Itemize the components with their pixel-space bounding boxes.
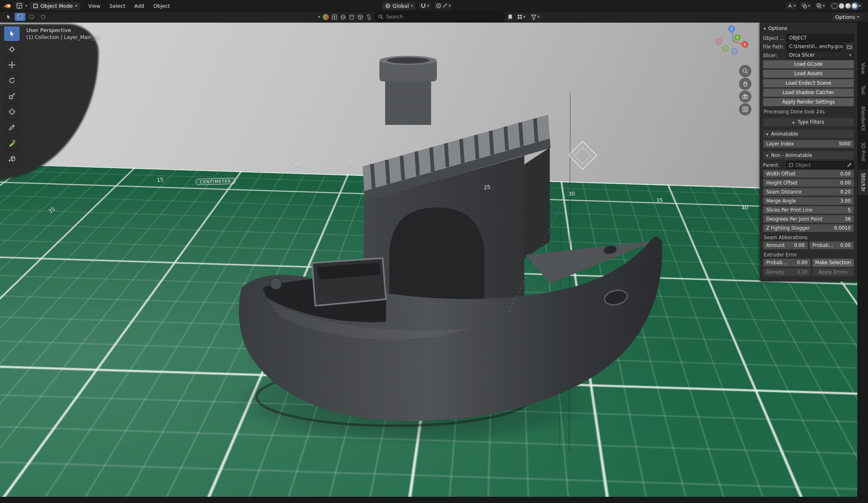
parent-object-field[interactable]: Object: [786, 161, 854, 169]
non-animatable-section[interactable]: Non - Animatable: [763, 151, 854, 160]
zoom-button[interactable]: [739, 65, 751, 77]
menu-view[interactable]: View: [84, 2, 105, 10]
filter-funnel-icon[interactable]: [531, 14, 537, 20]
toggle-link-icon[interactable]: [366, 14, 372, 20]
collection-label: (1) Collection | Layer_Main_59: [26, 35, 101, 40]
eyedropper-icon[interactable]: [847, 163, 852, 167]
shading-wireframe-icon[interactable]: [831, 3, 838, 9]
tab-3d-print[interactable]: 3D Print: [858, 138, 868, 165]
tab-blenderkit[interactable]: BlenderKit: [858, 103, 868, 135]
seam-distance-slider[interactable]: Seam Distance0.20: [763, 188, 854, 196]
load-ender3-scene-button[interactable]: Load Ender3 Scene: [763, 79, 854, 88]
chimney: [379, 56, 437, 125]
toggle-sphere-icon[interactable]: [340, 14, 346, 20]
select-tweak-icon[interactable]: [3, 13, 14, 21]
tool-scale[interactable]: [4, 89, 20, 104]
shading-solid-icon[interactable]: [839, 3, 844, 9]
slicer-dropdown[interactable]: Orca Slicer: [786, 51, 854, 59]
height-offset-slider[interactable]: Height Offset0.00: [763, 179, 854, 187]
animatable-section[interactable]: Animatable: [763, 129, 854, 138]
shading-material-icon[interactable]: [845, 3, 851, 9]
overlays-toggle-icon[interactable]: [801, 3, 807, 9]
menu-add[interactable]: Add: [130, 2, 148, 10]
menu-select[interactable]: Select: [105, 2, 129, 10]
falloff-caret-icon[interactable]: [449, 4, 451, 8]
bookmark-icon[interactable]: [507, 14, 513, 20]
svg-text:Z: Z: [730, 27, 733, 31]
material-ball-icon[interactable]: [323, 14, 329, 20]
tool-select-box[interactable]: [4, 26, 20, 41]
tab-stitch3r[interactable]: Stitch3r: [858, 169, 868, 195]
select-circle-icon[interactable]: [26, 13, 37, 21]
snap-magnet-icon[interactable]: [420, 3, 426, 9]
file-path-field[interactable]: C:\Users\Vi...enchy.gcode: [786, 43, 843, 51]
tool-stitcher-green[interactable]: [4, 136, 20, 150]
tool-rotate[interactable]: [4, 73, 20, 88]
transform-orientation-dropdown[interactable]: Global: [382, 2, 416, 10]
mat-centimeter-label: CENTIMETER: [195, 178, 236, 185]
load-gcode-button[interactable]: Load GCode: [763, 60, 854, 69]
type-filters-section[interactable]: Type Filters: [763, 118, 854, 127]
blender-logo-icon[interactable]: [3, 3, 11, 9]
editor-type-caret-icon[interactable]: [25, 4, 28, 8]
tool-transform[interactable]: [4, 104, 20, 119]
merge-angle-slider[interactable]: Merge Angle3.00: [763, 197, 854, 205]
options-panel-header[interactable]: Options: [763, 24, 854, 33]
open-file-button[interactable]: [845, 42, 854, 51]
tab-view[interactable]: View: [858, 59, 868, 78]
viewport-header-center: [318, 12, 541, 21]
proportional-edit-icon[interactable]: [436, 3, 441, 9]
benchy-boat-model[interactable]: [0, 12, 868, 497]
xray-toggle-icon[interactable]: [816, 3, 822, 9]
make-selection-button[interactable]: Make Selection: [812, 258, 854, 267]
header-collapse-caret-icon[interactable]: [318, 15, 320, 19]
stern-knob: [270, 278, 282, 289]
width-offset-slider[interactable]: Width Offset0.00: [763, 170, 854, 178]
apply-render-settings-button[interactable]: Apply Render Settings: [763, 98, 854, 106]
load-shadow-catcher-button[interactable]: Load Shadow Catcher: [763, 88, 854, 97]
display-mode-icon[interactable]: [517, 14, 523, 20]
menu-object[interactable]: Object: [149, 2, 174, 10]
tool-add-cube[interactable]: [4, 151, 20, 166]
search-input[interactable]: [386, 14, 501, 20]
mode-dropdown-label: Object Mode: [41, 3, 73, 9]
toggle-grid-icon[interactable]: [331, 14, 338, 20]
load-assets-button[interactable]: Load Assets: [763, 69, 854, 78]
seam-probability-slider[interactable]: Probab...0.00: [809, 241, 854, 249]
toggle-cylinder-icon[interactable]: [349, 14, 355, 20]
pan-button[interactable]: [739, 78, 751, 90]
mat-number: 15: [156, 176, 164, 183]
tool-move[interactable]: [4, 58, 20, 72]
options-dropdown-label: Options: [835, 14, 855, 20]
layer-index-slider[interactable]: Layer Index 5000: [763, 140, 854, 148]
shading-caret-icon[interactable]: [859, 4, 861, 8]
tool-cursor[interactable]: [4, 42, 20, 57]
camera-view-button[interactable]: [739, 90, 751, 103]
degrees-per-joint-point-slider[interactable]: Desgrees Per Joint Point36: [763, 215, 854, 223]
select-box-icon[interactable]: [15, 13, 25, 21]
falloff-curve-icon[interactable]: [442, 3, 448, 9]
options-panel: Options Object ... OBJECT File Path: C:\…: [760, 22, 857, 281]
viewport-3d[interactable]: CENTIMETER 5 10 15 35 25 30 35 40: [0, 12, 868, 497]
z-fighting-stagger-slider[interactable]: Z Fighting Stagger0.0010: [763, 224, 854, 232]
mode-dropdown[interactable]: Object Mode: [29, 2, 81, 10]
editor-type-icon[interactable]: [14, 2, 25, 10]
object-name-field[interactable]: OBJECT: [786, 34, 854, 42]
navigation-gizmo[interactable]: Z Y X: [714, 22, 753, 62]
toggle-cube-icon[interactable]: [357, 14, 363, 20]
extruder-probability-slider[interactable]: Probab...0.00: [763, 258, 811, 267]
shading-rendered-icon[interactable]: [852, 3, 857, 9]
snap-caret-icon[interactable]: [427, 4, 429, 8]
search-field[interactable]: [374, 12, 505, 21]
select-lasso-icon[interactable]: [38, 13, 48, 21]
ortho-toggle-button[interactable]: [739, 103, 751, 115]
slices-per-print-line-slider[interactable]: Slices Per Print Line5: [763, 206, 854, 214]
tab-tool[interactable]: Tool: [858, 82, 868, 98]
empty-object-gizmo[interactable]: [569, 141, 597, 169]
gizmo-toggle-icon[interactable]: [787, 3, 793, 9]
options-dropdown[interactable]: Options: [832, 13, 862, 21]
seam-amount-slider[interactable]: Amount0.00: [763, 241, 808, 249]
camera-icon: [742, 93, 749, 100]
axis-neg-z: [732, 48, 737, 54]
tool-annotate[interactable]: [4, 120, 20, 135]
